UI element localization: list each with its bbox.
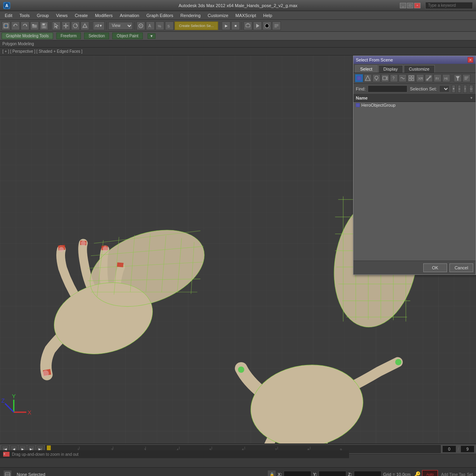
svg-rect-10 <box>42 26 46 28</box>
window-controls[interactable]: _ □ × <box>400 3 420 8</box>
coord-dropdown[interactable]: View Screen World <box>108 22 133 30</box>
scale-tool[interactable] <box>81 21 89 30</box>
hint-close-button[interactable]: × <box>3 452 10 457</box>
spinner-snap[interactable]: S <box>165 21 174 30</box>
undo-button[interactable] <box>11 21 20 30</box>
svg-point-52 <box>103 246 108 251</box>
search-input[interactable] <box>425 2 473 9</box>
rotate-tool[interactable] <box>71 21 80 30</box>
menu-group[interactable]: Group <box>34 12 52 19</box>
sfs-btn-all-geom[interactable] <box>355 74 363 82</box>
sfs-footer: OK Cancel <box>353 261 476 274</box>
menu-tools[interactable]: Tools <box>16 12 33 19</box>
sfs-btn-cameras[interactable] <box>381 74 389 82</box>
polygon-modeling-label: Polygon Modeling <box>2 42 34 46</box>
sel-set-btn1[interactable]: + <box>452 85 455 93</box>
sfs-btn-frozen[interactable]: Fr <box>434 74 441 82</box>
z-label: Z: <box>348 472 352 476</box>
end-frame-input[interactable] <box>461 445 474 453</box>
find-input[interactable] <box>368 85 407 92</box>
tab-object-paint[interactable]: Object Paint <box>112 33 142 39</box>
svg-rect-126 <box>5 472 10 476</box>
command-panel-toggle[interactable] <box>3 470 12 476</box>
svg-text:%: % <box>158 24 161 28</box>
redo-button[interactable] <box>21 21 29 30</box>
sfs-tab-select[interactable]: Select <box>355 65 378 73</box>
tab-graphite-modeling[interactable]: Graphite Modeling Tools <box>2 33 53 39</box>
menu-edit[interactable]: Edit <box>2 12 15 19</box>
sfs-btn-helpers[interactable]: ? <box>390 74 398 82</box>
separator5 <box>220 22 220 30</box>
hint-text: Drag up-and-down to zoom in and out <box>12 452 79 457</box>
menu-help[interactable]: Help <box>260 12 276 19</box>
move-tool[interactable] <box>61 21 70 30</box>
list-item[interactable]: HeroObjectGroup <box>353 102 476 108</box>
sfs-object-list[interactable]: HeroObjectGroup <box>353 102 476 261</box>
minimize-button[interactable]: _ <box>400 3 406 8</box>
sfs-tab-customize[interactable]: Customize <box>404 65 435 73</box>
sfs-close-button[interactable]: × <box>468 57 473 63</box>
menu-graph-editors[interactable]: Graph Editors <box>143 12 177 19</box>
auto-button[interactable]: Auto <box>422 470 438 476</box>
x-coord-input[interactable] <box>284 471 311 476</box>
sfs-btn-filter[interactable] <box>454 74 462 82</box>
separator3 <box>106 22 107 30</box>
sfs-tab-display[interactable]: Display <box>378 65 403 73</box>
expand-button[interactable]: ▼ <box>148 33 155 39</box>
sfs-btn-sort[interactable] <box>463 74 470 82</box>
current-frame-input[interactable] <box>442 445 456 453</box>
snap-toggle[interactable] <box>136 21 145 30</box>
sfs-btn-space-warps[interactable] <box>399 74 407 82</box>
sel-set-highlight[interactable]: ☆ <box>469 85 473 93</box>
y-label: Y: <box>313 472 317 476</box>
sfs-btn-bones[interactable] <box>425 74 433 82</box>
stop-button[interactable]: ■ <box>231 21 240 30</box>
maximize-button[interactable]: □ <box>407 3 413 8</box>
material-editor[interactable] <box>263 21 271 30</box>
ok-button[interactable]: OK <box>423 263 447 272</box>
main-content: X Y Z Select From Scene × Select Display… <box>0 56 476 443</box>
sfs-btn-xrefs[interactable]: XR <box>416 74 424 82</box>
open-button[interactable] <box>30 21 39 30</box>
mode-button[interactable] <box>2 21 10 30</box>
tab-selection[interactable]: Selection <box>84 33 109 39</box>
named-sel-sets[interactable] <box>272 21 281 30</box>
menu-animation[interactable]: Animation <box>117 12 142 19</box>
sel-set-btn3[interactable]: ↑ <box>463 85 467 93</box>
menu-modifiers[interactable]: Modifiers <box>92 12 116 19</box>
close-button[interactable]: × <box>414 3 420 8</box>
save-button[interactable] <box>40 21 48 30</box>
sfs-btn-shapes[interactable] <box>364 74 372 82</box>
create-selection-set[interactable]: Create Selection Se... <box>175 21 218 30</box>
bottom-toolbar: None Selected 🔒 X: Y: Z: Grid = 10,0cm 🔑… <box>0 467 476 476</box>
sfs-btn-groups[interactable] <box>407 74 415 82</box>
angle-snap[interactable]: A <box>146 21 155 30</box>
menu-views[interactable]: Views <box>53 12 71 19</box>
percent-snap[interactable]: % <box>155 21 164 30</box>
svg-text:Hi: Hi <box>444 77 448 81</box>
tab-freeform[interactable]: Freeform <box>56 33 81 39</box>
y-coord-input[interactable] <box>319 471 346 476</box>
svg-marker-87 <box>365 76 370 81</box>
lock-icon[interactable]: 🔒 <box>267 470 276 476</box>
play-button[interactable]: ▶ <box>222 21 230 30</box>
selection-set-dropdown[interactable] <box>439 85 449 92</box>
menu-maxscript[interactable]: MAXScript <box>232 12 259 19</box>
separator6 <box>242 22 242 30</box>
render-setup[interactable] <box>244 21 252 30</box>
separator4 <box>134 22 135 30</box>
cancel-button[interactable]: Cancel <box>449 263 473 272</box>
svg-marker-102 <box>456 76 460 81</box>
sel-set-btn2[interactable]: − <box>458 85 461 93</box>
sfs-separator <box>452 75 452 81</box>
render-button[interactable] <box>253 21 262 30</box>
sfs-btn-hidden[interactable]: Hi <box>442 74 450 82</box>
menu-customize[interactable]: Customize <box>205 12 232 19</box>
menu-create[interactable]: Create <box>71 12 91 19</box>
sfs-btn-lights[interactable] <box>372 74 380 82</box>
all-dropdown[interactable]: All▼ <box>93 21 105 30</box>
select-tool[interactable] <box>52 21 61 30</box>
menu-rendering[interactable]: Rendering <box>177 12 204 19</box>
viewport[interactable]: X Y Z Select From Scene × Select Display… <box>0 56 476 443</box>
z-coord-input[interactable] <box>354 471 382 476</box>
